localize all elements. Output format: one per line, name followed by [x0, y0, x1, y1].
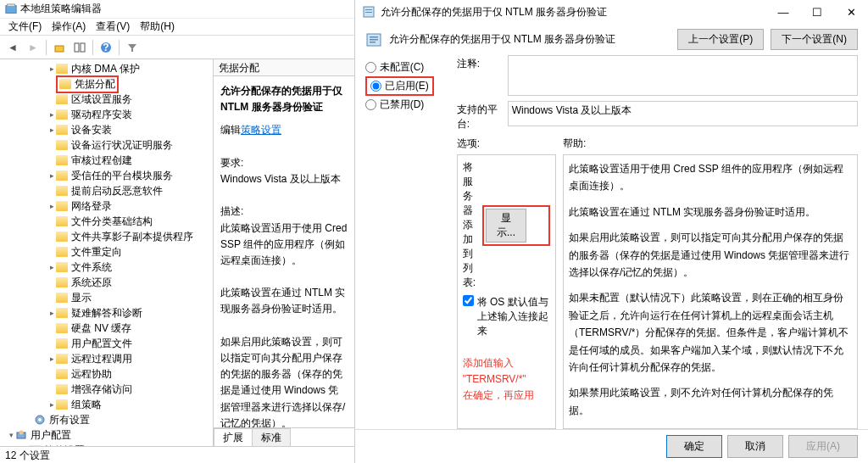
policy-name: 允许分配保存的凭据用于仅 NTLM 服务器身份验证: [389, 32, 671, 47]
gpe-titlebar: 本地组策略编辑器: [0, 0, 354, 19]
svg-rect-13: [365, 12, 372, 13]
show-button[interactable]: 显示...: [486, 209, 526, 243]
help-panel: 此策略设置适用于使用 Cred SSP 组件的应用程序（例如远程桌面连接）。 此…: [563, 154, 858, 429]
tree-node[interactable]: 远程过程调用: [71, 352, 132, 366]
svg-text:?: ?: [103, 42, 108, 53]
tree-node-selected[interactable]: 凭据分配: [56, 75, 119, 93]
user-config-icon: [15, 429, 27, 441]
back-button[interactable]: ◄: [3, 38, 22, 57]
tree-node[interactable]: 用户配置文件: [71, 337, 132, 351]
req-value: Windows Vista 及以上版本: [220, 171, 348, 187]
concat-default-label[interactable]: 将 OS 默认值与上述输入连接起来: [477, 295, 550, 338]
tree-node[interactable]: 文件分类基础结构: [71, 215, 153, 229]
settings-icon: [34, 414, 46, 426]
tree-node[interactable]: 疑难解答和诊断: [71, 306, 142, 321]
svg-rect-12: [365, 9, 372, 10]
gpe-statusbar: 12 个设置: [0, 446, 354, 463]
tree-node[interactable]: 受信任的平台模块服务: [71, 169, 173, 183]
tree-node[interactable]: 文件系统: [71, 260, 112, 275]
tree-node[interactable]: 提前启动反恶意软件: [71, 184, 163, 198]
options-label: 选项:: [457, 137, 563, 151]
ok-button[interactable]: 确定: [666, 435, 722, 458]
tree-node[interactable]: 文件重定向: [71, 245, 122, 259]
tree-node[interactable]: 网络登录: [71, 199, 112, 214]
tree-node[interactable]: 显示: [71, 291, 92, 305]
req-label: 要求:: [220, 155, 348, 171]
policy-icon: [362, 5, 376, 19]
detail-title: 允许分配保存的凭据用于仅 NTLM 服务器身份验证: [220, 83, 348, 115]
tab-extended[interactable]: 扩展: [214, 428, 253, 446]
desc-label: 描述:: [220, 204, 348, 220]
show-hide-button[interactable]: [70, 38, 89, 57]
annotation-text: 添加值输入 "TERMSRV/*" 在确定，再应用: [463, 355, 550, 404]
gpe-title-text: 本地组策略编辑器: [20, 2, 102, 16]
menu-action[interactable]: 操作(A): [48, 19, 89, 35]
close-button[interactable]: ✕: [834, 1, 868, 23]
tree-node[interactable]: 内核 DMA 保护: [71, 62, 140, 76]
comment-label: 注释:: [457, 55, 508, 96]
help-label: 帮助:: [563, 137, 858, 151]
svg-rect-2: [55, 46, 64, 52]
dialog-title: 允许分配保存的凭据用于仅 NTLM 服务器身份验证: [381, 5, 766, 20]
radio-enabled[interactable]: [370, 81, 381, 92]
policy-title-icon: [365, 31, 382, 48]
platform-label: 支持的平台:: [457, 101, 508, 131]
minimize-button[interactable]: —: [766, 1, 800, 23]
tree-node[interactable]: 硬盘 NV 缓存: [71, 321, 131, 336]
detail-tabs: 扩展 标准: [214, 427, 354, 446]
svg-rect-15: [370, 36, 378, 38]
radio-disabled[interactable]: [365, 99, 376, 110]
tree-node[interactable]: 驱动程序安装: [71, 108, 132, 122]
forward-button[interactable]: ►: [24, 38, 42, 57]
maximize-button[interactable]: ☐: [800, 1, 834, 23]
gpe-toolbar: ◄ ► ?: [0, 36, 354, 59]
svg-point-10: [19, 431, 24, 435]
platform-value: Windows Vista 及以上版本: [508, 101, 858, 126]
concat-default-checkbox[interactable]: [463, 295, 474, 306]
options-panel: 将服务器添加到列表: 显示... 将 OS 默认值与上述输入连接起来 添加值输入…: [457, 154, 556, 429]
next-setting-button[interactable]: 下一个设置(N): [771, 29, 858, 50]
svg-rect-17: [370, 42, 376, 43]
tree-node[interactable]: 增强存储访问: [71, 382, 132, 397]
svg-point-8: [38, 418, 42, 421]
dialog-footer: 确定 取消 应用(A): [355, 429, 868, 463]
gpe-app-icon: [5, 3, 17, 15]
add-server-label: 将服务器添加到列表:: [463, 160, 476, 290]
tree-user-config[interactable]: 用户配置: [31, 428, 71, 443]
help-button[interactable]: ?: [97, 38, 115, 57]
state-radio-group: 未配置(C) 已启用(E) 已禁用(D): [365, 55, 450, 429]
detail-pane: 凭据分配 允许分配保存的凭据用于仅 NTLM 服务器身份验证 编辑策略设置 要求…: [214, 59, 354, 446]
tree-pane[interactable]: ▸内核 DMA 保护 凭据分配 区域设置服务 ▸驱动程序安装 ▸设备安装 设备运…: [0, 59, 214, 446]
edit-policy-link[interactable]: 策略设置: [241, 124, 281, 136]
tree-node[interactable]: 设备运行状况证明服务: [71, 138, 173, 153]
tree-node[interactable]: 设备安装: [71, 123, 112, 137]
gpe-menubar: 文件(F) 操作(A) 查看(V) 帮助(H): [0, 19, 354, 36]
tree-node[interactable]: 组策略: [71, 398, 102, 412]
up-button[interactable]: [50, 38, 69, 57]
comment-input[interactable]: [508, 55, 858, 96]
svg-rect-4: [81, 43, 85, 52]
svg-rect-3: [75, 43, 79, 52]
tree-node[interactable]: 系统还原: [71, 276, 112, 290]
menu-view[interactable]: 查看(V): [92, 19, 133, 35]
radio-not-configured[interactable]: [365, 62, 376, 73]
apply-button[interactable]: 应用(A): [788, 435, 858, 458]
tab-standard[interactable]: 标准: [252, 428, 291, 446]
prev-setting-button[interactable]: 上一个设置(P): [677, 29, 764, 50]
svg-rect-16: [370, 39, 378, 41]
svg-rect-1: [8, 3, 15, 6]
tree-node[interactable]: 审核过程创建: [71, 153, 132, 168]
tree-all-settings[interactable]: 所有设置: [49, 413, 90, 427]
cancel-button[interactable]: 取消: [727, 435, 783, 458]
group-policy-editor: 本地组策略编辑器 文件(F) 操作(A) 查看(V) 帮助(H) ◄ ► ? ▸…: [0, 0, 355, 463]
detail-header: 凭据分配: [214, 59, 354, 76]
dialog-titlebar: 允许分配保存的凭据用于仅 NTLM 服务器身份验证 — ☐ ✕: [355, 0, 868, 24]
detail-body: 允许分配保存的凭据用于仅 NTLM 服务器身份验证 编辑策略设置 要求: Win…: [214, 76, 354, 427]
filter-button[interactable]: [123, 38, 142, 57]
tree-node[interactable]: 区域设置服务: [71, 92, 132, 107]
policy-dialog: 允许分配保存的凭据用于仅 NTLM 服务器身份验证 — ☐ ✕ 允许分配保存的凭…: [355, 0, 868, 463]
tree-node[interactable]: 文件共享影子副本提供程序: [71, 230, 193, 244]
menu-file[interactable]: 文件(F): [5, 19, 45, 35]
menu-help[interactable]: 帮助(H): [136, 19, 178, 35]
tree-node[interactable]: 远程协助: [71, 367, 112, 382]
